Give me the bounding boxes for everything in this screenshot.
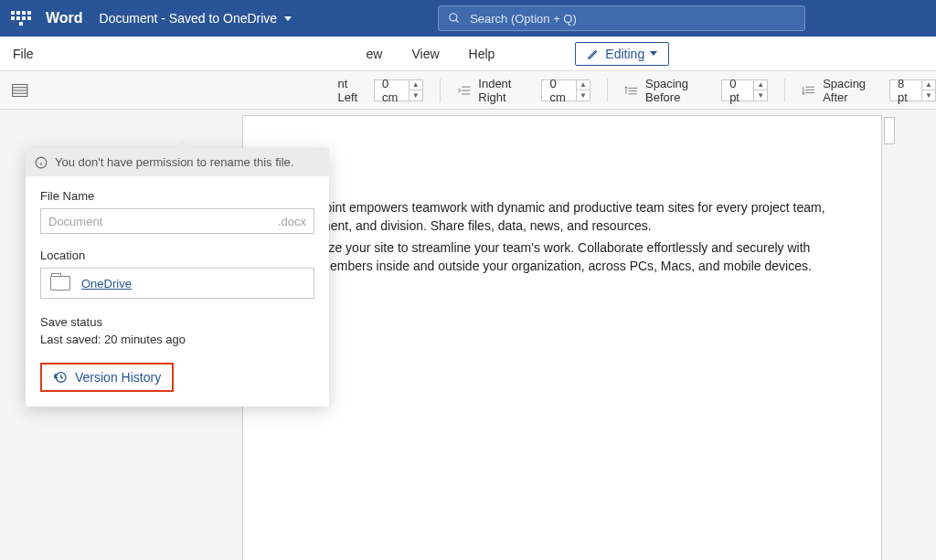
- indent-right-icon: [457, 84, 472, 97]
- location-label: Location: [40, 248, 314, 262]
- indent-left-down[interactable]: ▼: [410, 90, 422, 100]
- indent-left-value: 0 cm: [375, 77, 409, 104]
- indent-left-up[interactable]: ▲: [410, 80, 422, 90]
- separator: [607, 79, 608, 102]
- save-status-label: Save status: [40, 315, 314, 329]
- spacing-after-input[interactable]: 8 pt ▲▼: [889, 79, 936, 101]
- history-icon: [53, 370, 68, 385]
- spacing-before-value: 0 pt: [722, 77, 753, 104]
- svg-point-0: [450, 14, 457, 21]
- editing-mode-button[interactable]: Editing: [575, 42, 669, 66]
- title-bar: Word Document - Saved to OneDrive Search…: [0, 0, 936, 37]
- search-icon: [448, 12, 461, 25]
- document-title-dropdown[interactable]: Document - Saved to OneDrive: [100, 11, 292, 26]
- ribbon-tabs: File ew View Help Editing: [0, 37, 936, 71]
- document-title-text: Document - Saved to OneDrive: [100, 11, 278, 26]
- location-box[interactable]: OneDrive: [40, 268, 314, 299]
- permission-warning: You don't have permission to rename this…: [26, 148, 329, 176]
- spacing-after-group: Spacing After 8 pt ▲▼: [802, 77, 936, 104]
- body-paragraph-2: stomize your site to streamline your tea…: [298, 238, 826, 275]
- app-name: Word: [46, 10, 83, 26]
- canvas-area: arePoint empowers teamwork with dynamic …: [0, 110, 936, 560]
- ribbon-toolbar: nt Left 0 cm ▲▼ Indent Right 0 cm ▲▼ Spa…: [0, 71, 936, 110]
- file-name-placeholder: Document: [48, 215, 102, 228]
- spacing-before-group: Spacing Before 0 pt ▲▼: [624, 77, 768, 104]
- spacing-before-up[interactable]: ▲: [754, 80, 767, 90]
- folder-icon: [50, 276, 70, 291]
- version-history-label: Version History: [75, 370, 161, 385]
- version-history-button[interactable]: Version History: [40, 363, 174, 392]
- ruler-handle[interactable]: [884, 117, 895, 144]
- tab-help[interactable]: Help: [469, 47, 495, 61]
- location-link[interactable]: OneDrive: [81, 277, 132, 291]
- app-launcher-icon[interactable]: [11, 8, 31, 28]
- info-icon: [35, 156, 48, 169]
- chevron-down-icon: [284, 16, 292, 21]
- indent-right-up[interactable]: ▲: [577, 80, 590, 90]
- separator: [784, 79, 785, 102]
- save-status-detail: Last saved: 20 minutes ago: [40, 333, 314, 346]
- document-title-callout: You don't have permission to rename this…: [26, 148, 329, 407]
- spacing-after-down[interactable]: ▼: [922, 90, 935, 100]
- file-extension: .docx: [278, 215, 306, 228]
- permission-warning-text: You don't have permission to rename this…: [55, 155, 293, 169]
- search-input[interactable]: Search (Option + Q): [438, 5, 805, 31]
- body-paragraph-1: arePoint empowers teamwork with dynamic …: [298, 198, 826, 235]
- spacing-before-down[interactable]: ▼: [754, 90, 767, 100]
- indent-right-group: Indent Right 0 cm ▲▼: [457, 77, 590, 104]
- tab-review-partial[interactable]: ew: [367, 47, 383, 61]
- file-name-label: File Name: [40, 189, 314, 203]
- spacing-after-label: Spacing After: [823, 77, 882, 104]
- spacing-before-label: Spacing Before: [645, 77, 714, 104]
- spacing-after-up[interactable]: ▲: [922, 80, 935, 90]
- indent-right-input[interactable]: 0 cm ▲▼: [541, 79, 590, 101]
- indent-left-label: nt Left: [337, 77, 367, 104]
- spacing-before-input[interactable]: 0 pt ▲▼: [721, 79, 768, 101]
- editing-mode-label: Editing: [605, 47, 644, 61]
- indent-right-down[interactable]: ▼: [577, 90, 590, 100]
- separator: [440, 79, 441, 102]
- chevron-down-icon: [650, 51, 657, 56]
- indent-right-label: Indent Right: [478, 77, 534, 104]
- pencil-icon: [587, 48, 600, 60]
- indent-right-value: 0 cm: [542, 77, 576, 104]
- tab-file[interactable]: File: [13, 47, 34, 61]
- tab-view[interactable]: View: [411, 47, 439, 61]
- svg-line-1: [456, 20, 459, 23]
- file-name-input[interactable]: Document .docx: [40, 208, 314, 234]
- spacing-before-icon: [624, 84, 638, 97]
- margins-icon[interactable]: [11, 82, 28, 99]
- document-page[interactable]: arePoint empowers teamwork with dynamic …: [242, 115, 882, 560]
- indent-left-group: nt Left 0 cm ▲▼: [337, 77, 422, 104]
- indent-left-input[interactable]: 0 cm ▲▼: [374, 79, 423, 101]
- spacing-after-icon: [802, 84, 815, 97]
- search-placeholder: Search (Option + Q): [470, 12, 577, 26]
- spacing-after-value: 8 pt: [890, 77, 921, 104]
